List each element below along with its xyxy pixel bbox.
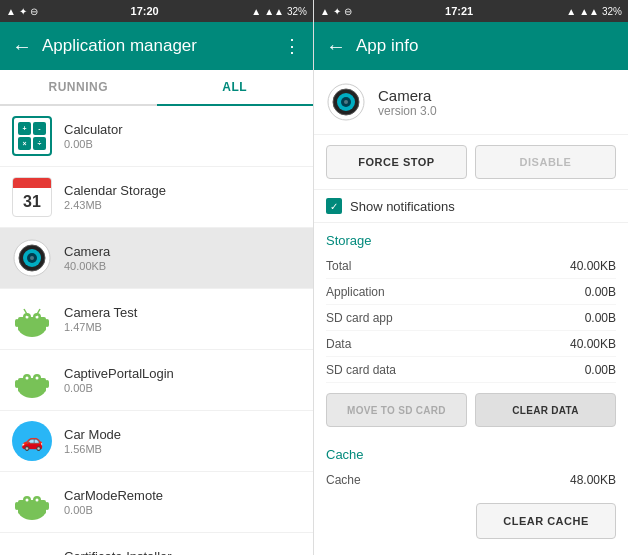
storage-row-application: Application 0.00B: [326, 279, 616, 305]
list-item[interactable]: CaptivePortalLogin 0.00B: [0, 350, 313, 411]
status-time-right: 17:21: [445, 5, 473, 17]
status-bar-left: ▲ ✦ ⊖ 17:20 ▲ ▲▲ 32%: [0, 0, 313, 22]
app-info-section: Camera version 3.0: [314, 70, 628, 135]
camera-detail-icon: [326, 82, 366, 122]
app-size: 2.43MB: [64, 199, 166, 211]
list-item[interactable]: 31 Calendar Storage 2.43MB: [0, 167, 313, 228]
clear-data-button[interactable]: CLEAR DATA: [475, 393, 616, 427]
storage-value: 0.00B: [585, 311, 616, 325]
bluetooth-icon: ✦: [19, 6, 27, 17]
svg-rect-24: [18, 500, 46, 514]
detail-app-version: version 3.0: [378, 104, 437, 118]
signal-icon: ▲: [6, 6, 16, 17]
app-manager-header: ← Application manager ⋮: [0, 22, 313, 70]
back-button-left[interactable]: ←: [12, 35, 32, 58]
svg-point-28: [36, 499, 39, 502]
signal-bars-right: ▲▲: [579, 6, 599, 17]
app-size: 1.47MB: [64, 321, 137, 333]
list-item[interactable]: 🚗 Car Mode 1.56MB: [0, 411, 313, 472]
svg-point-43: [344, 100, 348, 104]
force-stop-button[interactable]: FORCE STOP: [326, 145, 467, 179]
calculator-icon: +-×÷: [12, 116, 52, 156]
storage-value: 0.00B: [585, 363, 616, 377]
clear-cache-button[interactable]: CLEAR CACHE: [476, 503, 616, 539]
app-name: CaptivePortalLogin: [64, 366, 174, 381]
cache-section-header: Cache: [314, 437, 628, 467]
status-right-left-icons: ▲ ✦ ⊖: [320, 6, 352, 17]
svg-point-4: [30, 256, 34, 260]
storage-value: 0.00B: [585, 285, 616, 299]
status-right-right-icons: ▲ ▲▲ 32%: [566, 6, 622, 17]
app-name: Camera: [64, 244, 110, 259]
app-size: 0.00B: [64, 504, 163, 516]
list-item[interactable]: CarModeRemote 0.00B: [0, 472, 313, 533]
android-icon: [12, 299, 52, 339]
list-item-selected[interactable]: Camera 40.00KB: [0, 228, 313, 289]
cache-title: Cache: [326, 447, 364, 462]
storage-title: Storage: [326, 233, 372, 248]
detail-app-name: Camera: [378, 87, 437, 104]
more-options-button[interactable]: ⋮: [283, 35, 301, 57]
battery-left: 32%: [287, 6, 307, 17]
disable-button[interactable]: DISABLE: [475, 145, 616, 179]
app-name: Car Mode: [64, 427, 121, 442]
storage-row-sdapp: SD card app 0.00B: [326, 305, 616, 331]
storage-value: 40.00KB: [570, 337, 616, 351]
app-size: 1.56MB: [64, 443, 121, 455]
tab-all[interactable]: ALL: [157, 70, 314, 106]
android-icon-3: [12, 482, 52, 522]
app-name: Camera Test: [64, 305, 137, 320]
storage-buttons: MOVE TO SD CARD CLEAR DATA: [314, 383, 628, 437]
app-manager-title: Application manager: [42, 36, 273, 56]
back-button-right[interactable]: ←: [326, 35, 346, 58]
list-item[interactable]: +-×÷ Calculator 0.00B: [0, 106, 313, 167]
cache-value: 48.00KB: [570, 473, 616, 487]
svg-rect-22: [45, 380, 49, 388]
signal-icon-right: ▲: [320, 6, 330, 17]
app-size: 0.00B: [64, 382, 174, 394]
svg-rect-30: [45, 502, 49, 510]
app-tabs: RUNNING ALL: [0, 70, 313, 106]
notification-icon-right: ⊖: [344, 6, 352, 17]
cache-row: Cache 48.00KB: [326, 467, 616, 493]
cache-section: Cache 48.00KB: [314, 467, 628, 493]
left-panel: ▲ ✦ ⊖ 17:20 ▲ ▲▲ 32% ← Application manag…: [0, 0, 314, 555]
app-name: Certificate Installer: [64, 549, 172, 555]
list-item[interactable]: Camera Test 1.47MB: [0, 289, 313, 350]
app-size: 40.00KB: [64, 260, 110, 272]
svg-point-20: [36, 377, 39, 380]
app-name: CarModeRemote: [64, 488, 163, 503]
action-buttons: FORCE STOP DISABLE: [314, 135, 628, 190]
status-left-icons: ▲ ✦ ⊖: [6, 6, 38, 17]
wifi-icon-right: ▲: [566, 6, 576, 17]
app-list: +-×÷ Calculator 0.00B 31 Calendar Storag…: [0, 106, 313, 555]
tab-running[interactable]: RUNNING: [0, 70, 157, 104]
wifi-icon: ▲: [251, 6, 261, 17]
clear-cache-wrapper: CLEAR CACHE: [314, 493, 628, 549]
right-panel: ▲ ✦ ⊖ 17:21 ▲ ▲▲ 32% ← App info Camera: [314, 0, 628, 555]
app-size: 0.00B: [64, 138, 123, 150]
app-name: Calendar Storage: [64, 183, 166, 198]
storage-label: Application: [326, 285, 385, 299]
storage-label: SD card app: [326, 311, 393, 325]
storage-label: Total: [326, 259, 351, 273]
notification-icon: ⊖: [30, 6, 38, 17]
svg-point-27: [26, 499, 29, 502]
android-icon-4: [12, 543, 52, 555]
move-to-sd-button[interactable]: MOVE TO SD CARD: [326, 393, 467, 427]
notifications-label: Show notifications: [350, 199, 455, 214]
storage-label: SD card data: [326, 363, 396, 377]
list-item[interactable]: Certificate Installer 0.00B: [0, 533, 313, 555]
svg-rect-16: [18, 378, 46, 392]
calendar-icon: 31: [12, 177, 52, 217]
status-time-left: 17:20: [131, 5, 159, 17]
app-name: Calculator: [64, 122, 123, 137]
notifications-checkbox[interactable]: [326, 198, 342, 214]
app-info-title: App info: [356, 36, 418, 56]
svg-rect-14: [45, 319, 49, 327]
storage-label: Data: [326, 337, 351, 351]
svg-rect-13: [15, 319, 19, 327]
svg-rect-6: [18, 317, 46, 331]
storage-value: 40.00KB: [570, 259, 616, 273]
storage-section-header: Storage: [314, 223, 628, 253]
